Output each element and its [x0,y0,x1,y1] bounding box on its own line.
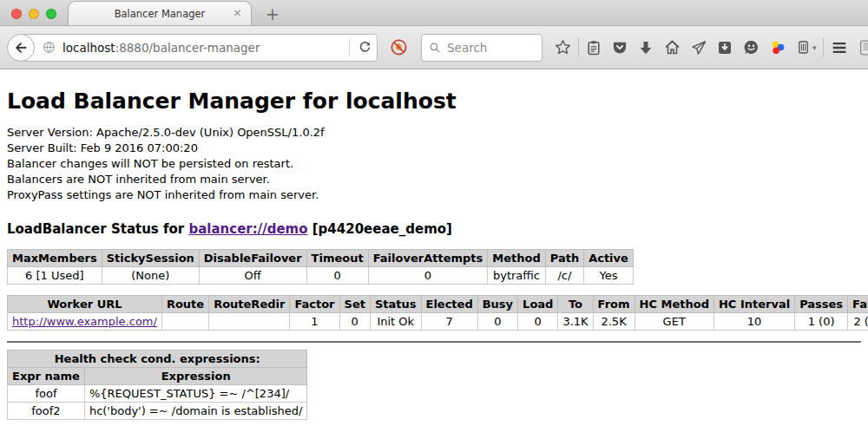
col-set: Set [339,296,370,313]
col-path: Path [545,250,583,267]
col-factor: Factor [290,296,339,313]
loadbalancer-status-heading: LoadBalancer Status for balancer://demo … [7,221,861,237]
tab-close-icon[interactable]: × [233,7,242,18]
feedback-smiley-button[interactable] [738,38,765,56]
toolbar-icon-row: ▾ [549,38,868,57]
search-placeholder: Search [447,41,487,55]
server-info: Server Version: Apache/2.5.0-dev (Unix) … [7,125,861,203]
reading-list-button[interactable] [581,39,607,56]
url-domain: localhost [62,41,115,55]
extension-grid-button[interactable] [853,38,868,57]
save-to-device-button[interactable] [712,39,738,56]
status-suffix: [p4420eeae_demo] [308,221,452,237]
worker-table: Worker URL Route RouteRedir Factor Set S… [7,295,868,331]
back-arrow-icon [13,40,29,56]
cell-expr-name: foof [8,385,85,403]
back-button[interactable] [7,34,35,62]
cell-disablefailover: Off [199,267,306,285]
titlebar: Balancer Manager × + [0,0,868,26]
url-path: :8880/balancer-manager [115,41,260,55]
col-passes: Passes [795,296,848,313]
cell-from: 2.5K [593,313,635,331]
cell-expression: hc('body') =~ /domain is established/ [84,403,307,420]
col-active: Active [584,250,634,267]
send-tab-button[interactable] [686,39,712,56]
cell-hc-method: GET [635,313,713,331]
close-window-button[interactable] [11,9,22,19]
col-routeredir: RouteRedir [209,296,290,313]
page-content: Load Balancer Manager for localhost Serv… [0,69,868,426]
col-busy: Busy [477,296,517,313]
tab-balancer-manager[interactable]: Balancer Manager × [68,1,252,25]
col-elected: Elected [421,296,477,313]
toolbar-divider [578,38,579,57]
browser-window: Balancer Manager × + localhost:8880/bala… [0,0,868,426]
extension-panel-button[interactable]: ▾ [791,39,821,56]
table-row: foof2 hc('body') =~ /domain is establish… [8,403,307,420]
cell-route [161,313,208,331]
cell-set: 0 [339,313,370,331]
health-check-table: Health check cond. expressions: Expr nam… [7,350,307,420]
cell-active: Yes [584,267,634,285]
col-stickysession: StickySession [102,250,199,267]
cell-expression: %{REQUEST_STATUS} =~ /^[234]/ [84,385,307,403]
tab-title: Balancer Manager [115,8,206,20]
cell-stickysession: (None) [102,267,199,285]
col-expr-name: Expr name [8,368,85,385]
col-status: Status [370,296,421,313]
zoom-window-button[interactable] [46,9,56,19]
col-hc-method: HC Method [635,296,713,313]
navigation-toolbar: localhost:8880/balancer-manager Search [0,26,868,69]
col-timeout: Timeout [306,250,368,267]
col-fails: Fails [848,296,868,313]
search-icon [428,41,442,55]
table-title-row: Health check cond. expressions: [8,351,307,368]
col-route: Route [161,296,208,313]
url-bar[interactable]: localhost:8880/balancer-manager [20,34,378,62]
server-built-line: Server Built: Feb 9 2016 07:00:20 [7,141,861,156]
col-method: Method [488,250,545,267]
section-divider [7,341,861,344]
server-version-line: Server Version: Apache/2.5.0-dev (Unix) … [7,125,861,141]
search-input[interactable]: Search [421,34,542,62]
col-worker-url: Worker URL [8,296,162,313]
downloads-button[interactable] [633,39,659,56]
flash-blocked-icon[interactable] [385,38,412,56]
cell-method: bytraffic [488,267,545,285]
balancer-demo-link[interactable]: balancer://demo [188,221,307,237]
home-button[interactable] [659,38,686,56]
menu-hamburger-button[interactable] [825,38,853,57]
table-row: http://www.example.com/ 1 0 Init Ok 7 0 … [8,313,868,331]
worker-url-link[interactable]: http://www.example.com/ [12,315,157,328]
cell-elected: 7 [421,313,477,331]
persist-notice-line: Balancer changes will NOT be persisted o… [7,156,861,172]
cell-hc-interval: 10 [713,313,794,331]
minimize-window-button[interactable] [29,9,39,19]
balancer-summary-table: MaxMembers StickySession DisableFailover… [7,249,634,285]
cell-fails: 2 (0) [848,313,868,331]
reload-button[interactable] [353,40,377,55]
cell-to: 3.1K [558,313,593,331]
chevron-down-icon[interactable]: ▾ [812,43,817,52]
toolbar-divider [823,38,824,57]
table-header-row: MaxMembers StickySession DisableFailover… [8,250,634,267]
pocket-button[interactable] [607,39,633,56]
col-load: Load [518,296,558,313]
col-maxmembers: MaxMembers [8,250,102,267]
proxypass-notice-line: ProxyPass settings are NOT inherited fro… [7,187,861,203]
cell-load: 0 [518,313,558,331]
cell-path: /c/ [545,267,583,285]
health-table-title: Health check cond. expressions: [8,351,307,368]
col-hc-interval: HC Interval [713,296,794,313]
cell-routeredir [209,313,290,331]
cell-passes: 1 (0) [795,313,848,331]
col-disablefailover: DisableFailover [199,250,306,267]
bookmark-star-button[interactable] [549,38,576,56]
table-row: 6 [1 Used] (None) Off 0 0 bytraffic /c/ … [8,267,634,285]
colorful-extension-button[interactable] [765,39,791,56]
table-header-row: Expr name Expression [8,368,307,385]
status-prefix: LoadBalancer Status for [7,221,188,237]
globe-icon [42,40,56,55]
new-tab-button[interactable]: + [260,4,285,23]
url-text[interactable]: localhost:8880/balancer-manager [62,41,345,55]
